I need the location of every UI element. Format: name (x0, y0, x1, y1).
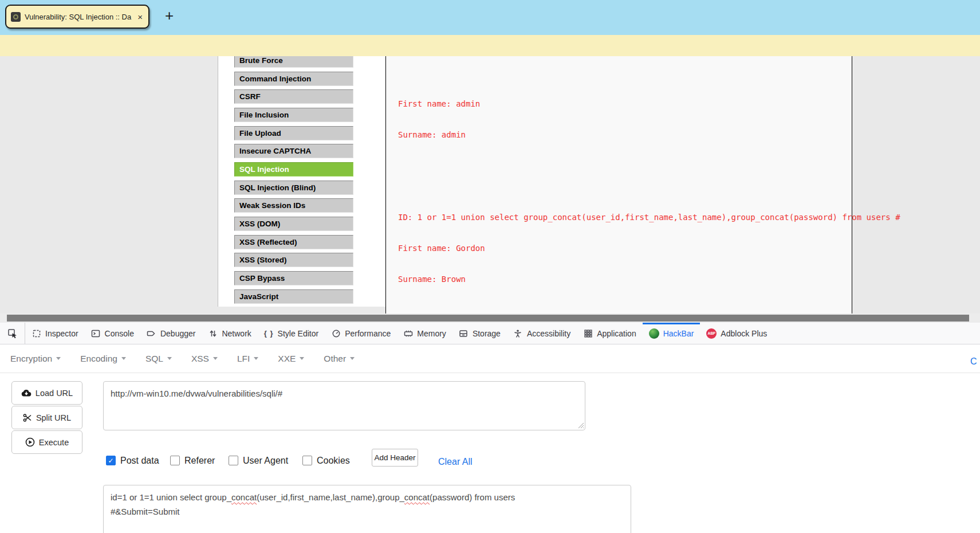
hackbar-icon (649, 328, 659, 339)
tab-title: Vulnerability: SQL Injection :: Da (25, 13, 132, 21)
post-data-input[interactable]: id=1 or 1=1 union select group_concat(us… (103, 485, 631, 533)
new-tab-button[interactable]: + (165, 8, 174, 23)
sidebar-item-csrf[interactable]: CSRF (234, 89, 353, 104)
tab-style-editor[interactable]: { } Style Editor (258, 323, 325, 344)
url-input[interactable]: http://vm-win10.me/dvwa/vulnerabilities/… (103, 381, 585, 430)
sidebar-item-file-upload[interactable]: File Upload (234, 126, 353, 140)
inspector-icon (32, 328, 41, 338)
application-icon (583, 328, 593, 338)
menu-sql[interactable]: SQL (145, 354, 172, 364)
performance-icon (331, 328, 341, 338)
load-url-button[interactable]: Load URL (11, 381, 82, 405)
sidebar-item-sql-injection[interactable]: SQL Injection (234, 162, 353, 177)
chevron-down-icon (121, 357, 126, 360)
sidebar-item-xss-stored[interactable]: XSS (Stored) (234, 253, 353, 267)
tab-close-icon[interactable]: × (136, 12, 144, 22)
play-circle-icon (25, 437, 35, 447)
chevron-down-icon (350, 357, 355, 360)
horizontal-scrollbar[interactable] (0, 313, 980, 323)
browser-tab[interactable]: Vulnerability: SQL Injection :: Da × (5, 5, 149, 29)
user-agent-checkbox[interactable] (229, 456, 238, 465)
accessibility-icon (513, 328, 523, 338)
hackbar-menu-bar: Encryption Encoding SQL XSS LFI XXE Othe… (0, 344, 980, 373)
clear-all-link[interactable]: Clear All (438, 457, 473, 467)
sidebar-item-xss-dom[interactable]: XSS (DOM) (234, 217, 353, 231)
resize-handle-icon[interactable] (577, 422, 584, 429)
tab-performance[interactable]: Performance (325, 323, 397, 344)
tab-console[interactable]: Console (85, 323, 140, 344)
tab-debugger[interactable]: Debugger (140, 323, 202, 344)
browser-tab-bar: Vulnerability: SQL Injection :: Da × + (0, 0, 980, 35)
adblock-plus-icon: ABP (706, 328, 717, 339)
execute-button[interactable]: Execute (11, 430, 82, 454)
tab-inspector[interactable]: Inspector (25, 323, 85, 344)
memory-icon (403, 328, 413, 338)
menu-encoding[interactable]: Encoding (80, 354, 126, 364)
menu-lfi[interactable]: LFI (237, 354, 258, 364)
console-icon (91, 328, 101, 338)
post-data-checkbox[interactable]: ✓ (106, 456, 116, 465)
tab-accessibility[interactable]: Accessibility (507, 323, 577, 344)
sidebar-item-csp-bypass[interactable]: CSP Bypass (234, 271, 353, 285)
menu-encryption[interactable]: Encryption (10, 354, 61, 364)
sidebar-item-insecure-captcha[interactable]: Insecure CAPTCHA (234, 144, 353, 158)
chevron-down-icon (167, 357, 172, 360)
add-header-button[interactable]: Add Header (372, 449, 418, 467)
sidebar-item-file-inclusion[interactable]: File Inclusion (234, 108, 353, 122)
network-icon (208, 328, 218, 338)
scrollbar-thumb[interactable] (7, 315, 969, 322)
cloud-download-icon (21, 389, 32, 397)
cookies-checkbox[interactable] (302, 456, 312, 465)
sidebar-item-weak-session-ids[interactable]: Weak Session IDs (234, 198, 353, 213)
sidebar-item-command-injection[interactable]: Command Injection (234, 72, 353, 86)
devtools-tab-bar: Inspector Console Debugger Network { } S… (0, 323, 980, 344)
sqli-results: First name: admin Surname: admin ID: 1 o… (398, 57, 404, 313)
sidebar-item-brute-force[interactable]: Brute Force (234, 56, 353, 68)
page-viewport: First name: admin Surname: admin ID: 1 o… (0, 56, 980, 313)
dvwa-favicon-icon (11, 12, 21, 22)
cookies-label: Cookies (317, 456, 350, 466)
referer-label: Referer (184, 456, 215, 466)
post-data-label: Post data (120, 456, 159, 466)
chevron-down-icon (300, 357, 304, 360)
tab-storage[interactable]: Storage (452, 323, 507, 344)
pick-element-icon[interactable] (0, 323, 25, 344)
storage-icon (459, 328, 469, 338)
tab-adblock-plus[interactable]: ABP Adblock Plus (700, 323, 773, 344)
sidebar-item-sql-injection-blind[interactable]: SQL Injection (Blind) (234, 181, 353, 195)
menu-xxe[interactable]: XXE (278, 354, 304, 364)
debugger-icon (147, 328, 156, 338)
sidebar-item-xss-reflected[interactable]: XSS (Reflected) (234, 235, 353, 249)
result-block: First name: admin Surname: admin (398, 78, 404, 160)
tab-memory[interactable]: Memory (397, 323, 452, 344)
menu-xss[interactable]: XSS (191, 354, 218, 364)
result-block: ID: 1 or 1=1 union select group_concat(u… (398, 191, 404, 305)
tab-network[interactable]: Network (202, 323, 257, 344)
referer-checkbox[interactable] (170, 456, 180, 465)
chevron-down-icon (213, 357, 218, 360)
scissors-icon (23, 413, 32, 422)
browser-toolbar: ← → vm-win10.me/dvwa/vulnerabilities/sql… (0, 35, 980, 56)
split-url-button[interactable]: Split URL (11, 406, 82, 429)
hackbar-corner-link[interactable]: C (970, 356, 977, 367)
chevron-down-icon (254, 357, 258, 360)
style-editor-icon: { } (264, 329, 274, 338)
tab-hackbar[interactable]: HackBar (643, 323, 700, 344)
menu-other[interactable]: Other (324, 354, 355, 364)
sidebar-item-javascript[interactable]: JavaScript (234, 289, 353, 304)
chevron-down-icon (56, 357, 61, 360)
user-agent-label: User Agent (243, 456, 288, 466)
tab-application[interactable]: Application (577, 323, 643, 344)
